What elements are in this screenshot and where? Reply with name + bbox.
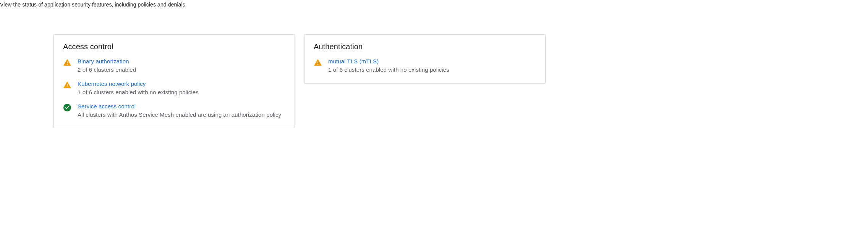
authentication-card: Authentication mutual TLS (mTLS) 1 of 6 …	[304, 34, 546, 83]
binary-authorization-status: 2 of 6 clusters enabled	[78, 66, 285, 74]
access-control-title: Access control	[63, 42, 285, 51]
authentication-title: Authentication	[314, 42, 536, 51]
service-access-control-link[interactable]: Service access control	[78, 103, 136, 110]
kubernetes-network-policy-link[interactable]: Kubernetes network policy	[78, 81, 146, 87]
warning-icon	[314, 58, 322, 67]
mtls-status: 1 of 6 clusters enabled with no existing…	[328, 66, 536, 74]
feature-content: Binary authorization 2 of 6 clusters ena…	[78, 58, 285, 74]
feature-content: Kubernetes network policy 1 of 6 cluster…	[78, 81, 285, 96]
kubernetes-network-policy-status: 1 of 6 clusters enabled with no existing…	[78, 88, 285, 96]
feature-row-mtls: mutual TLS (mTLS) 1 of 6 clusters enable…	[314, 58, 536, 74]
access-control-card: Access control Binary authorization 2 of…	[53, 34, 295, 128]
feature-content: Service access control All clusters with…	[78, 103, 285, 119]
success-icon	[63, 103, 71, 112]
mtls-link[interactable]: mutual TLS (mTLS)	[328, 58, 379, 64]
binary-authorization-link[interactable]: Binary authorization	[78, 58, 129, 64]
feature-row-kubernetes-network-policy: Kubernetes network policy 1 of 6 cluster…	[63, 81, 285, 96]
warning-icon	[63, 81, 71, 89]
feature-row-binary-authorization: Binary authorization 2 of 6 clusters ena…	[63, 58, 285, 74]
feature-content: mutual TLS (mTLS) 1 of 6 clusters enable…	[328, 58, 536, 74]
feature-row-service-access-control: Service access control All clusters with…	[63, 103, 285, 119]
cards-container: Access control Binary authorization 2 of…	[53, 34, 868, 128]
warning-icon	[63, 58, 71, 67]
page-description: View the status of application security …	[0, 0, 868, 8]
service-access-control-status: All clusters with Anthos Service Mesh en…	[78, 111, 285, 119]
